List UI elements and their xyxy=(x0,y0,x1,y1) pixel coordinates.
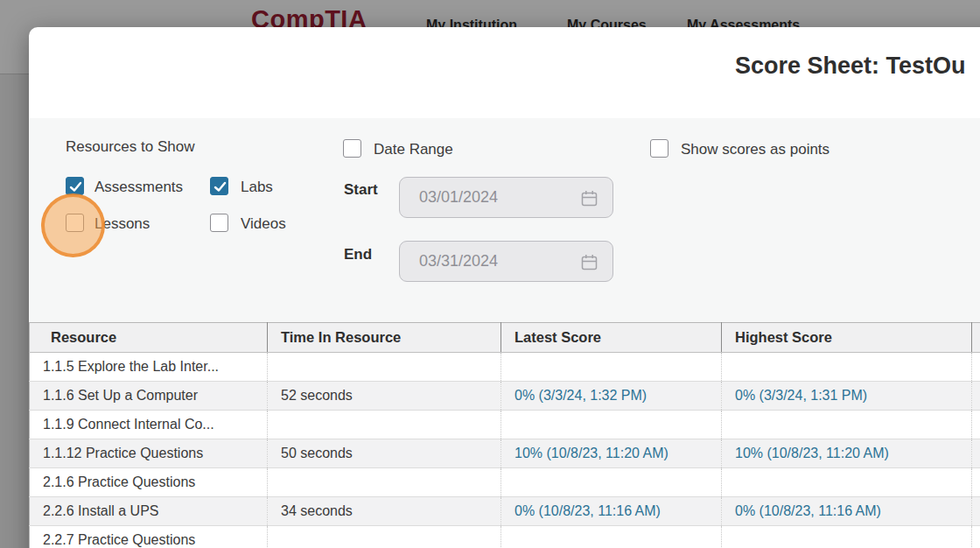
start-date-input[interactable]: 03/01/2024 xyxy=(399,177,613,218)
time-cell: 52 seconds xyxy=(268,382,501,411)
score-sheet-modal: Score Sheet: TestOu Resources to Show As… xyxy=(29,27,980,548)
lessons-checkbox[interactable] xyxy=(66,214,84,232)
highest-score-cell xyxy=(722,526,972,548)
column-header-latest-score: Latest Score xyxy=(501,323,722,353)
latest-score-cell xyxy=(501,411,722,439)
show-scores-as-points-label[interactable]: Show scores as points xyxy=(681,141,830,158)
assessments-checkbox[interactable] xyxy=(66,177,84,195)
latest-score-link[interactable]: 10% (10/8/23, 11:20 AM) xyxy=(501,439,722,468)
highest-score-cell xyxy=(722,468,972,497)
modal-title: Score Sheet: TestOu xyxy=(735,53,966,80)
resource-cell: 1.1.6 Set Up a Computer xyxy=(30,382,268,411)
highest-score-link[interactable]: 10% (10/8/23, 11:20 AM) xyxy=(722,439,972,468)
time-cell xyxy=(268,411,501,439)
highest-score-link[interactable]: 0% (3/3/24, 1:31 PM) xyxy=(722,382,972,411)
start-date-value: 03/01/2024 xyxy=(419,188,498,207)
highest-score-cell xyxy=(722,411,972,439)
time-cell: 34 seconds xyxy=(268,497,501,526)
end-date-label: End xyxy=(344,246,372,263)
latest-score-cell xyxy=(501,468,722,497)
end-date-value: 03/31/2024 xyxy=(419,252,498,270)
highest-score-link[interactable]: 0% (10/8/23, 11:16 AM) xyxy=(722,497,972,526)
table-row: 1.1.12 Practice Questions 50 seconds 10%… xyxy=(30,439,980,468)
videos-checkbox[interactable] xyxy=(210,214,228,232)
resource-cell: 2.1.6 Practice Questions xyxy=(30,468,268,497)
checkmark-icon xyxy=(212,179,228,195)
calendar-icon xyxy=(580,189,598,207)
table-row: 2.2.7 Practice Questions xyxy=(30,526,980,548)
clipped-cell xyxy=(972,353,980,382)
checkmark-icon xyxy=(67,179,84,195)
resource-cell: 1.1.12 Practice Questions xyxy=(30,439,268,468)
clipped-cell xyxy=(972,439,980,468)
latest-score-cell xyxy=(501,353,722,382)
score-table: Resource Time In Resource Latest Score H… xyxy=(29,322,980,548)
date-range-checkbox[interactable] xyxy=(343,139,361,158)
clipped-cell xyxy=(972,497,980,526)
time-cell xyxy=(268,353,501,382)
column-header-clipped xyxy=(972,323,980,353)
show-scores-as-points-checkbox[interactable] xyxy=(650,139,668,158)
latest-score-link[interactable]: 0% (3/3/24, 1:32 PM) xyxy=(501,382,722,411)
clipped-cell xyxy=(972,382,980,411)
resource-cell: 2.2.6 Install a UPS xyxy=(30,497,268,526)
labs-checkbox-label[interactable]: Labs xyxy=(241,179,273,196)
resource-cell: 1.1.9 Connect Internal Co... xyxy=(30,411,268,439)
column-header-highest-score: Highest Score xyxy=(722,323,972,353)
column-header-resource: Resource xyxy=(30,323,268,353)
labs-checkbox[interactable] xyxy=(210,177,228,195)
table-row: 1.1.6 Set Up a Computer 52 seconds 0% (3… xyxy=(30,382,980,411)
highest-score-cell xyxy=(722,353,972,382)
clipped-cell xyxy=(972,411,980,439)
table-row: 2.1.6 Practice Questions xyxy=(30,468,980,497)
table-row: 1.1.5 Explore the Lab Inter... xyxy=(30,353,980,382)
latest-score-link[interactable]: 0% (10/8/23, 11:16 AM) xyxy=(501,497,722,526)
calendar-icon xyxy=(580,253,598,271)
time-cell: 50 seconds xyxy=(268,439,501,468)
clipped-cell xyxy=(972,526,980,548)
resources-to-show-label: Resources to Show xyxy=(66,138,194,156)
date-range-checkbox-label[interactable]: Date Range xyxy=(374,141,453,158)
lessons-checkbox-label[interactable]: Lessons xyxy=(94,215,150,233)
column-header-time: Time In Resource xyxy=(268,323,501,353)
time-cell xyxy=(268,468,501,497)
end-date-input[interactable]: 03/31/2024 xyxy=(399,241,613,282)
table-row: 2.2.6 Install a UPS 34 seconds 0% (10/8/… xyxy=(30,497,980,526)
assessments-checkbox-label[interactable]: Assessments xyxy=(94,179,183,196)
table-row: 1.1.9 Connect Internal Co... xyxy=(30,411,980,439)
resource-cell: 1.1.5 Explore the Lab Inter... xyxy=(30,353,268,382)
start-date-label: Start xyxy=(344,181,378,199)
clipped-cell xyxy=(972,468,980,497)
videos-checkbox-label[interactable]: Videos xyxy=(241,215,286,233)
latest-score-cell xyxy=(501,526,722,548)
time-cell xyxy=(268,526,501,548)
table-header-row: Resource Time In Resource Latest Score H… xyxy=(30,323,980,353)
resource-cell: 2.2.7 Practice Questions xyxy=(30,526,268,548)
filter-panel: Resources to Show Assessments Labs Lesso… xyxy=(29,118,980,322)
